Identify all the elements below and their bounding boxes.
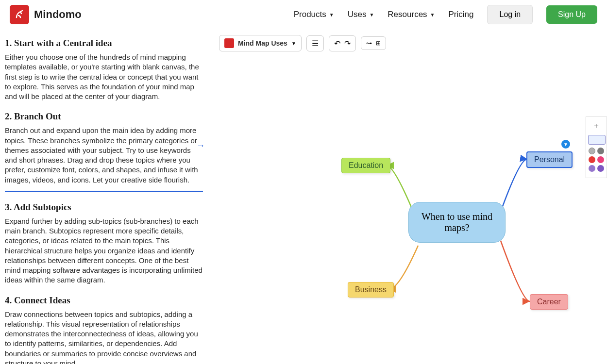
node-personal[interactable]: Personal [526, 151, 573, 168]
nav-resources[interactable]: Resources ▼ [388, 10, 435, 19]
step-3: 3. Add Subtopics Expand further by addin… [5, 202, 203, 285]
nav-products[interactable]: Products ▼ [294, 10, 334, 19]
logo-icon [10, 5, 29, 24]
mindmap-canvas[interactable]: When to use mind maps? Education Persona… [219, 61, 607, 333]
insert-group: ⊶ ⊞ [361, 36, 386, 50]
header: Mindomo Products ▼ Uses ▼ Resources ▼ Pr… [0, 0, 607, 29]
nav-uses-label: Uses [348, 10, 367, 19]
chevron-down-icon: ▼ [329, 12, 334, 17]
palette-color[interactable] [597, 165, 604, 172]
nav-pricing[interactable]: Pricing [449, 10, 474, 19]
nav: Products ▼ Uses ▼ Resources ▼ Pricing Lo… [294, 5, 597, 24]
step-4: 4. Connect Ideas Draw connections betwee… [5, 295, 203, 364]
menu-button[interactable]: ☰ [306, 35, 324, 51]
toolbar-title-group[interactable]: Mind Map Uses ▼ [219, 35, 302, 51]
left-panel: → 1. Start with a Central idea Either yo… [0, 29, 209, 364]
right-panel: Mind Map Uses ▼ ☰ ↶ ↷ ⊶ ⊞ [209, 29, 607, 364]
app-icon [224, 38, 234, 48]
nav-resources-label: Resources [388, 10, 427, 19]
login-button[interactable]: Log in [487, 5, 533, 24]
chevron-down-icon: ▼ [291, 41, 296, 46]
step-4-title: 4. Connect Ideas [5, 295, 203, 306]
node-career[interactable]: Career [530, 294, 568, 310]
expand-arrow-icon[interactable]: → [196, 141, 205, 151]
nav-products-label: Products [294, 10, 326, 19]
step-2-title: 2. Branch Out [5, 111, 203, 122]
color-palette: ＋ [586, 116, 607, 178]
redo-button[interactable]: ↷ [344, 39, 351, 48]
step-1-title: 1. Start with a Central idea [5, 38, 203, 49]
node-business[interactable]: Business [348, 282, 394, 298]
step-3-body: Expand further by adding sub-topics (sub… [5, 216, 203, 285]
step-2: 2. Branch Out Branch out and expand upon… [5, 111, 203, 192]
palette-add[interactable]: ＋ [588, 121, 605, 131]
map-title: Mind Map Uses [238, 39, 287, 47]
nav-uses[interactable]: Uses ▼ [348, 10, 374, 19]
central-node[interactable]: When to use mind maps? [408, 202, 506, 243]
toolbar: Mind Map Uses ▼ ☰ ↶ ↷ ⊶ ⊞ [219, 35, 607, 51]
connectors [219, 61, 607, 333]
hamburger-icon: ☰ [312, 39, 319, 48]
node-badge-icon[interactable]: ▼ [561, 140, 570, 149]
brand-name: Mindomo [34, 8, 82, 21]
palette-color[interactable] [589, 148, 595, 154]
chevron-down-icon: ▼ [430, 12, 435, 17]
palette-color[interactable] [589, 165, 595, 172]
step-3-title: 3. Add Subtopics [5, 202, 203, 213]
layout-icon[interactable]: ⊞ [376, 40, 381, 47]
step-4-body: Draw connections between topics and subt… [5, 310, 203, 364]
step-1: 1. Start with a Central idea Either you … [5, 38, 203, 101]
step-2-body: Branch out and expand upon the main idea… [5, 126, 203, 185]
palette-color[interactable] [589, 156, 595, 163]
node-education[interactable]: Education [341, 158, 390, 173]
link-icon[interactable]: ⊶ [366, 40, 372, 47]
palette-color[interactable] [597, 156, 604, 163]
palette-color[interactable] [597, 148, 604, 154]
palette-search[interactable] [588, 135, 606, 145]
signup-button[interactable]: Sign Up [546, 5, 597, 24]
undo-redo-group: ↶ ↷ [329, 35, 356, 51]
chevron-down-icon: ▼ [369, 12, 374, 17]
step-1-body: Either you choose one of the hundreds of… [5, 52, 203, 101]
undo-button[interactable]: ↶ [334, 39, 340, 48]
logo-area[interactable]: Mindomo [10, 5, 82, 24]
nav-pricing-label: Pricing [449, 10, 474, 19]
